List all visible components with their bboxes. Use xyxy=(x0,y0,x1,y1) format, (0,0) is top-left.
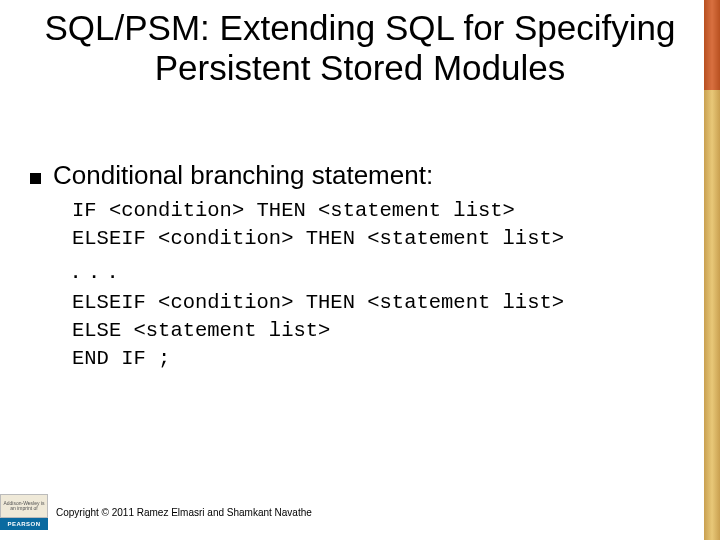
logo-imprint-text: Addison-Wesley is an imprint of xyxy=(0,494,48,518)
accent-stripe xyxy=(704,0,720,540)
bullet-item: Conditional branching statement: xyxy=(30,160,690,191)
code-block-1: IF <condition> THEN <statement list> ELS… xyxy=(72,197,690,252)
publisher-logo: Addison-Wesley is an imprint of PEARSON xyxy=(0,494,48,530)
copyright-text: Copyright © 2011 Ramez Elmasri and Shamk… xyxy=(56,507,312,518)
ellipsis: . . . xyxy=(72,254,690,285)
accent-stripe-top xyxy=(704,0,720,90)
logo-brand-text: PEARSON xyxy=(0,518,48,530)
accent-stripe-bottom xyxy=(704,90,720,540)
code-block-2: ELSEIF <condition> THEN <statement list>… xyxy=(72,289,690,372)
slide-body: Conditional branching statement: IF <con… xyxy=(30,160,690,372)
footer: Addison-Wesley is an imprint of PEARSON … xyxy=(0,494,312,530)
slide: SQL/PSM: Extending SQL for Specifying Pe… xyxy=(0,0,720,540)
square-bullet-icon xyxy=(30,173,41,184)
slide-title: SQL/PSM: Extending SQL for Specifying Pe… xyxy=(40,8,680,89)
bullet-text: Conditional branching statement: xyxy=(53,160,433,191)
